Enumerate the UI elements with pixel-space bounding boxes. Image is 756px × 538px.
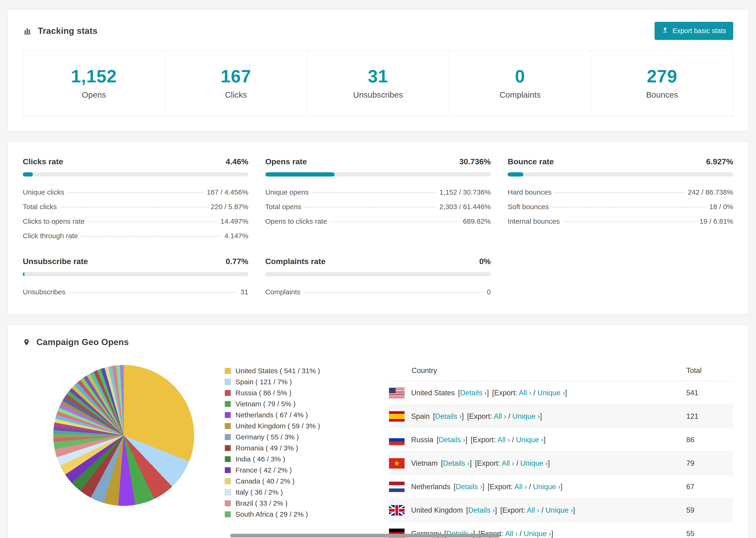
- details-link[interactable]: Details ›: [460, 389, 487, 397]
- pie-chart-area: [23, 360, 225, 506]
- legend-item: India ( 46 / 3% ): [225, 455, 389, 463]
- metric-value: 18 / 0%: [709, 203, 733, 211]
- legend-item: France ( 42 / 2% ): [225, 466, 389, 474]
- stat-label: Bounces: [591, 90, 733, 99]
- bracket: ]: [561, 483, 563, 491]
- details-link[interactable]: Details ›: [468, 506, 495, 514]
- bracket: ]: [540, 412, 542, 420]
- legend-label: Romania ( 49 / 3% ): [236, 444, 298, 452]
- legend-label: Vietnam ( 79 / 5% ): [236, 400, 296, 408]
- export-unique-link[interactable]: Unique ›: [537, 389, 565, 397]
- details-link[interactable]: Details ›: [443, 459, 470, 467]
- stat-label: Opens: [23, 90, 165, 99]
- metric-value: 4.147%: [225, 232, 248, 240]
- table-row: Russia [Details ›] [Export: All › / Uniq…: [389, 428, 733, 452]
- bracket: ]: [573, 506, 575, 514]
- legend-item: Spain ( 121 / 7% ): [225, 378, 389, 386]
- metric-label: Clicks to opens rate: [23, 217, 84, 225]
- export-unique-link[interactable]: Unique ›: [546, 506, 573, 514]
- export-all-link[interactable]: All ›: [527, 506, 539, 514]
- country-cell: Russia [Details ›] [Export: All › / Uniq…: [389, 435, 686, 445]
- legend-label: Netherlands ( 67 / 4% ): [236, 411, 308, 419]
- export-prefix: [Export:: [471, 436, 496, 444]
- legend-label: Spain ( 121 / 7% ): [236, 378, 292, 386]
- stat-box: 167 Clicks: [165, 51, 307, 116]
- export-unique-link[interactable]: Unique ›: [523, 529, 551, 538]
- country-flag: [389, 388, 405, 398]
- rates-card: Clicks rate 4.46% Unique clicks 167 / 4.…: [8, 142, 748, 314]
- rate-metric-rows: Hard bounces 242 / 86.738% Soft bounces …: [508, 185, 733, 229]
- legend-item: Netherlands ( 67 / 4% ): [225, 411, 389, 419]
- export-unique-link[interactable]: Unique ›: [520, 459, 548, 467]
- country-total: 79: [686, 459, 733, 467]
- metric-row: Unique opens 1,152 / 30.736%: [265, 185, 491, 199]
- stat-label: Unsubscribes: [307, 90, 449, 99]
- dotted-leader: [563, 221, 696, 222]
- legend-item: South Africa ( 29 / 2% ): [225, 510, 389, 518]
- export-all-link[interactable]: All ›: [497, 436, 510, 444]
- legend-item: Brazil ( 33 / 2% ): [225, 499, 389, 507]
- dotted-leader: [312, 192, 436, 193]
- rate-value: 0%: [479, 257, 491, 266]
- tracking-stats-header: Tracking stats Export basic stats: [8, 10, 748, 51]
- metric-label: Total opens: [265, 203, 301, 211]
- legend-label: France ( 42 / 2% ): [236, 466, 292, 474]
- export-unique-link[interactable]: Unique ›: [512, 412, 540, 420]
- dotted-leader: [69, 292, 237, 293]
- horizontal-scrollbar-thumb[interactable]: [230, 534, 500, 538]
- legend-swatch: [225, 445, 231, 451]
- details-link[interactable]: Details ›: [439, 436, 465, 444]
- geo-content: United States ( 541 / 31% ) Spain ( 121 …: [8, 358, 748, 538]
- stat-box: 279 Bounces: [591, 51, 733, 116]
- bracket: ]: [565, 389, 567, 397]
- location-pin-icon: [23, 338, 30, 347]
- export-unique-link[interactable]: Unique ›: [516, 436, 544, 444]
- rate-metric-rows: Unsubscribes 31: [23, 285, 248, 299]
- legend-swatch: [225, 390, 231, 396]
- table-row: Vietnam [Details ›] [Export: All › / Uni…: [389, 452, 733, 475]
- legend-swatch: [225, 423, 231, 429]
- geo-opens-header: Campaign Geo Opens: [8, 325, 748, 358]
- details-link[interactable]: Details ›: [435, 412, 462, 420]
- legend-item: United Kingdom ( 59 / 3% ): [225, 422, 389, 430]
- metric-row: Internal bounces 19 / 6.81%: [508, 214, 733, 229]
- metric-row: Complaints 0: [265, 285, 491, 299]
- page-title: Tracking stats: [38, 26, 97, 36]
- bracket: ]: [544, 436, 546, 444]
- bracket: ]: [548, 459, 550, 467]
- metric-value: 31: [241, 288, 248, 296]
- stat-label: Clicks: [165, 90, 307, 99]
- dotted-leader: [81, 236, 221, 237]
- export-all-link[interactable]: All ›: [502, 459, 514, 467]
- dotted-leader: [68, 192, 203, 193]
- rate-panel-head: Complaints rate 0%: [265, 257, 491, 266]
- rate-panel: Unsubscribe rate 0.77% Unsubscribes 31: [23, 257, 248, 299]
- export-all-link[interactable]: All ›: [494, 412, 506, 420]
- table-row: United Kingdom [Details ›] [Export: All …: [389, 499, 733, 522]
- country-flag: [389, 435, 405, 445]
- export-all-link[interactable]: All ›: [505, 529, 517, 538]
- legend-swatch: [225, 500, 231, 506]
- export-basic-stats-button[interactable]: Export basic stats: [655, 22, 733, 40]
- rate-title: Complaints rate: [265, 257, 326, 266]
- export-all-link[interactable]: All ›: [519, 389, 531, 397]
- dotted-leader: [330, 221, 460, 222]
- metric-value: 167 / 4.456%: [207, 188, 248, 196]
- progress-bar-fill: [265, 172, 335, 177]
- export-all-link[interactable]: All ›: [514, 483, 527, 491]
- details-link[interactable]: Details ›: [456, 483, 482, 491]
- export-prefix: [Export:: [475, 459, 500, 467]
- legend-label: United States ( 541 / 31% ): [236, 367, 320, 375]
- progress-bar: [508, 172, 733, 177]
- metric-label: Unique clicks: [23, 188, 64, 196]
- metric-label: Unique opens: [265, 188, 309, 196]
- metric-value: 2,303 / 61.446%: [440, 203, 491, 211]
- bar-chart-icon: [23, 27, 32, 35]
- legend-label: Canada ( 40 / 2% ): [236, 477, 295, 485]
- rate-metric-rows: Complaints 0: [265, 285, 491, 299]
- metric-value: 0: [487, 288, 491, 296]
- bracket: [: [458, 389, 460, 397]
- rate-panel-head: Unsubscribe rate 0.77%: [23, 257, 248, 266]
- separator: /: [529, 483, 531, 491]
- export-unique-link[interactable]: Unique ›: [533, 483, 561, 491]
